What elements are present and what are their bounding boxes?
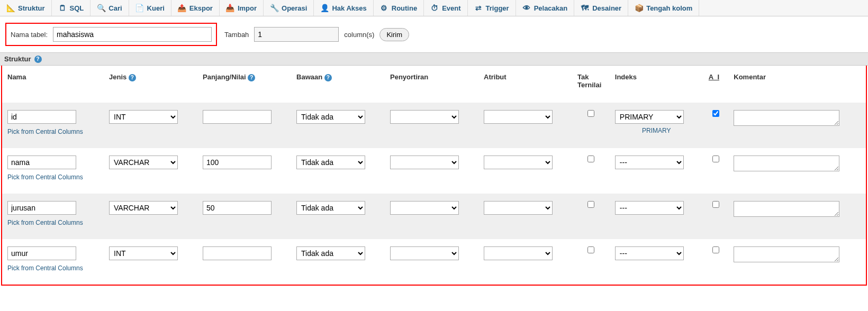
tab-trigger[interactable]: ⇄Trigger xyxy=(468,0,516,16)
help-icon[interactable]: ? xyxy=(324,74,332,81)
tab-label: Hak Akses xyxy=(332,4,366,12)
tab-label: Tengah kolom xyxy=(646,4,692,12)
desainer-icon: 🗺 xyxy=(581,4,589,12)
tab-label: Struktur xyxy=(18,4,45,12)
field-length-input[interactable] xyxy=(203,246,272,260)
tab-label: Desainer xyxy=(592,4,621,12)
field-index-select[interactable]: ---PRIMARYUNIQUEINDEXFULLTEXT xyxy=(615,201,684,215)
field-comment-textarea[interactable] xyxy=(734,201,839,217)
field-collation-select[interactable] xyxy=(390,110,459,124)
tab-event[interactable]: ⏱Event xyxy=(424,0,467,16)
field-length-input[interactable] xyxy=(203,156,272,169)
table-row: Pick from Central ColumnsINTVARCHARTEXTD… xyxy=(2,148,866,194)
field-ai-checkbox[interactable] xyxy=(712,201,719,208)
field-comment-textarea[interactable] xyxy=(734,110,839,126)
cari-icon: 🔍 xyxy=(97,4,105,12)
field-type-select[interactable]: INTVARCHARTEXTDATE xyxy=(109,201,178,215)
help-icon[interactable]: ? xyxy=(129,74,136,81)
field-name-input[interactable] xyxy=(7,110,76,124)
field-attribute-select[interactable] xyxy=(484,156,553,169)
col-header-default: Bawaan ? xyxy=(291,66,385,103)
field-name-input[interactable] xyxy=(7,201,76,215)
tab-pelacakan[interactable]: 👁Pelacakan xyxy=(516,0,575,16)
field-null-checkbox[interactable] xyxy=(587,110,594,117)
field-null-checkbox[interactable] xyxy=(587,246,594,253)
tab-cari[interactable]: 🔍Cari xyxy=(91,0,129,16)
col-header-collation: Penyortiran xyxy=(385,66,478,103)
field-length-input[interactable] xyxy=(203,110,272,124)
col-header-type: Jenis ? xyxy=(104,66,197,103)
col-header-attr: Atribut xyxy=(478,66,572,103)
field-null-checkbox[interactable] xyxy=(587,201,594,208)
col-header-ai: A_I xyxy=(703,66,728,103)
section-title: Struktur xyxy=(4,55,31,63)
table-row: Pick from Central ColumnsINTVARCHARTEXTD… xyxy=(2,103,866,148)
field-attribute-select[interactable] xyxy=(484,110,553,124)
field-ai-checkbox[interactable] xyxy=(712,246,719,253)
tab-struktur[interactable]: 📐Struktur xyxy=(0,0,52,16)
field-length-input[interactable] xyxy=(203,201,272,215)
field-null-checkbox[interactable] xyxy=(587,156,594,162)
field-default-select[interactable]: Tidak adaNULLCURRENT_TIMESTAMP xyxy=(296,201,365,215)
tab-desainer[interactable]: 🗺Desainer xyxy=(574,0,628,16)
tab-routine[interactable]: ⚙Routine xyxy=(374,0,424,16)
field-default-select[interactable]: Tidak adaNULLCURRENT_TIMESTAMP xyxy=(296,110,365,124)
tab-label: Impor xyxy=(238,4,257,12)
tab-kueri[interactable]: 📄Kueri xyxy=(129,0,171,16)
help-icon[interactable]: ? xyxy=(34,56,42,63)
field-type-select[interactable]: INTVARCHARTEXTDATE xyxy=(109,110,178,124)
pick-central-link[interactable]: Pick from Central Columns xyxy=(7,128,98,135)
field-collation-select[interactable] xyxy=(390,156,459,169)
tab-label: Event xyxy=(442,4,460,12)
pick-central-link[interactable]: Pick from Central Columns xyxy=(7,264,98,272)
trigger-icon: ⇄ xyxy=(474,4,483,12)
field-attribute-select[interactable] xyxy=(484,201,553,215)
pick-central-link[interactable]: Pick from Central Columns xyxy=(7,173,98,181)
field-comment-textarea[interactable] xyxy=(734,156,839,171)
table-row: Pick from Central ColumnsINTVARCHARTEXTD… xyxy=(2,194,866,239)
tab-label: Trigger xyxy=(486,4,509,12)
field-ai-checkbox[interactable] xyxy=(712,110,719,117)
field-name-input[interactable] xyxy=(7,156,76,169)
field-default-select[interactable]: Tidak adaNULLCURRENT_TIMESTAMP xyxy=(296,246,365,260)
field-index-select[interactable]: ---PRIMARYUNIQUEINDEXFULLTEXT xyxy=(615,246,684,260)
field-ai-checkbox[interactable] xyxy=(712,156,719,162)
submit-button[interactable]: Kirim xyxy=(379,28,409,41)
field-collation-select[interactable] xyxy=(390,246,459,260)
tab-label: Pelacakan xyxy=(534,4,568,12)
tab-label: SQL xyxy=(70,4,84,12)
field-type-select[interactable]: INTVARCHARTEXTDATE xyxy=(109,156,178,169)
tab-label: Ekspor xyxy=(189,4,213,12)
col-header-name: Nama xyxy=(2,66,104,103)
field-name-input[interactable] xyxy=(7,246,76,260)
pick-central-link[interactable]: Pick from Central Columns xyxy=(7,219,98,226)
field-attribute-select[interactable] xyxy=(484,246,553,260)
add-columns-input[interactable] xyxy=(254,27,339,42)
section-heading: Struktur ? xyxy=(0,52,868,66)
sql-icon: 🗒 xyxy=(58,4,67,12)
ekspor-icon: 📤 xyxy=(178,4,186,12)
field-index-select[interactable]: ---PRIMARYUNIQUEINDEXFULLTEXT xyxy=(615,156,684,169)
table-name-highlight: Nama tabel: xyxy=(5,23,217,46)
tab-hak-akses[interactable]: 👤Hak Akses xyxy=(314,0,373,16)
pelacakan-icon: 👁 xyxy=(522,4,531,12)
columns-suffix-label: column(s) xyxy=(344,31,374,39)
tab-tengah-kolom[interactable]: 📦Tengah kolom xyxy=(628,0,699,16)
field-type-select[interactable]: INTVARCHARTEXTDATE xyxy=(109,246,178,260)
tab-sql[interactable]: 🗒SQL xyxy=(52,0,91,16)
tab-impor[interactable]: 📥Impor xyxy=(220,0,264,16)
field-default-select[interactable]: Tidak adaNULLCURRENT_TIMESTAMP xyxy=(296,156,365,169)
table-form-bar: Nama tabel: Tambah column(s) Kirim xyxy=(0,16,868,52)
tab-ekspor[interactable]: 📤Ekspor xyxy=(171,0,220,16)
kueri-icon: 📄 xyxy=(135,4,144,12)
table-name-input[interactable] xyxy=(53,27,212,42)
routine-icon: ⚙ xyxy=(380,4,388,12)
field-comment-textarea[interactable] xyxy=(734,246,839,262)
impor-icon: 📥 xyxy=(226,4,234,12)
field-index-select[interactable]: ---PRIMARYUNIQUEINDEXFULLTEXT xyxy=(615,110,684,124)
field-collation-select[interactable] xyxy=(390,201,459,215)
table-row: Pick from Central ColumnsINTVARCHARTEXTD… xyxy=(2,239,866,285)
tab-operasi[interactable]: 🔧Operasi xyxy=(264,0,314,16)
hak-akses-icon: 👤 xyxy=(320,4,329,12)
help-icon[interactable]: ? xyxy=(248,74,255,81)
